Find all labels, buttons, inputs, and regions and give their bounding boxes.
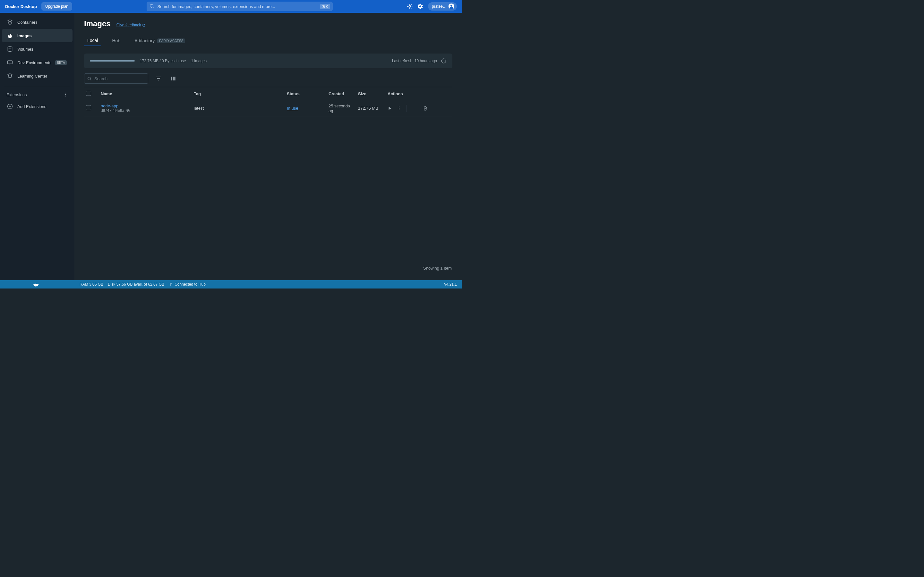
sidebar-item-add-extensions[interactable]: Add Extensions: [2, 100, 73, 113]
bug-icon[interactable]: [407, 3, 413, 9]
avatar-icon: [449, 3, 454, 9]
status-version[interactable]: v4.21.1: [444, 282, 462, 287]
sidebar-divider: [5, 86, 70, 86]
tab-label: Hub: [112, 38, 120, 43]
search-shortcut: ⌘K: [320, 4, 330, 9]
sidebar-item-dev-environments[interactable]: Dev Environments BETA: [2, 56, 73, 69]
header-checkbox[interactable]: [84, 91, 99, 97]
brand: Docker Desktop: [5, 4, 37, 9]
cell-status: In use: [285, 106, 326, 111]
toolbar-row: [84, 73, 452, 84]
usage-panel: 172.76 MB / 0 Bytes in use 1 images Last…: [84, 53, 452, 68]
tab-local[interactable]: Local: [84, 35, 101, 46]
extensions-menu-icon[interactable]: [63, 92, 68, 97]
header-size[interactable]: Size: [356, 91, 386, 96]
early-access-badge: EARLY ACCESS: [157, 39, 185, 43]
table-header-row: Name Tag Status Created Size Actions: [84, 87, 452, 100]
global-search-input[interactable]: [158, 4, 318, 9]
settings-icon[interactable]: [417, 3, 423, 10]
cell-actions: [386, 105, 421, 112]
upgrade-plan-button[interactable]: Upgrade plan: [41, 2, 72, 11]
row-checkbox[interactable]: [84, 105, 99, 111]
images-table: Name Tag Status Created Size Actions nod…: [84, 87, 452, 116]
give-feedback-link[interactable]: Give feedback: [116, 23, 146, 27]
image-id: d9747f4f4e9a: [101, 108, 124, 113]
global-search[interactable]: ⌘K: [147, 2, 333, 11]
sidebar-item-label: Learning Center: [17, 74, 47, 79]
svg-rect-29: [173, 77, 174, 81]
search-icon: [149, 3, 155, 9]
plus-circle-icon: [6, 103, 13, 110]
external-link-icon: [142, 23, 145, 27]
sidebar-item-volumes[interactable]: Volumes: [2, 42, 73, 56]
svg-point-12: [451, 5, 452, 7]
extensions-header: Extensions: [2, 89, 73, 100]
svg-point-17: [65, 93, 66, 93]
sidebar-item-learning-center[interactable]: Learning Center: [2, 69, 73, 83]
statusbar: RAM 3.05 GB Disk 57.56 GB avail. of 62.6…: [0, 280, 462, 288]
more-options-icon[interactable]: [397, 106, 402, 111]
action-separator: [406, 105, 407, 112]
cell-name: node-app d9747f4f4e9a: [99, 103, 192, 113]
cell-tag: latest: [192, 106, 285, 111]
beta-badge: BETA: [55, 60, 66, 65]
copy-icon[interactable]: [126, 109, 130, 113]
svg-point-19: [65, 96, 66, 97]
page-title: Images: [84, 19, 111, 28]
sidebar-item-label: Add Extensions: [17, 104, 46, 109]
status-disk: Disk 57.56 GB avail. of 62.67 GB: [108, 282, 164, 287]
header-status[interactable]: Status: [285, 91, 326, 96]
usage-count: 1 images: [191, 59, 207, 63]
svg-line-9: [408, 8, 409, 9]
local-search-input[interactable]: [94, 76, 148, 81]
svg-point-0: [150, 5, 153, 7]
usage-summary: 172.76 MB / 0 Bytes in use: [140, 59, 186, 63]
usage-track: [90, 60, 135, 61]
status-link[interactable]: In use: [287, 106, 298, 111]
svg-line-1: [153, 7, 153, 8]
svg-point-2: [409, 5, 411, 7]
global-search-wrapper: ⌘K: [77, 2, 402, 11]
sidebar: Containers Images Volumes Dev Environmen…: [0, 13, 74, 280]
tab-label: Artifactory: [134, 38, 155, 43]
sidebar-item-label: Dev Environments: [17, 60, 51, 65]
sidebar-item-label: Volumes: [17, 47, 33, 52]
whale-icon: [32, 281, 39, 288]
status-connection: Connected to Hub: [174, 282, 206, 287]
local-search[interactable]: [84, 73, 148, 84]
user-menu[interactable]: pratee…: [428, 2, 457, 11]
tab-hub[interactable]: Hub: [109, 35, 124, 46]
svg-point-23: [88, 77, 91, 80]
filter-icon[interactable]: [154, 74, 163, 83]
sidebar-item-images[interactable]: Images: [2, 29, 73, 42]
refresh-icon[interactable]: [441, 58, 447, 64]
username-label: pratee…: [432, 4, 447, 9]
table-footer-count: Showing 1 item: [84, 263, 452, 274]
header-name[interactable]: Name: [99, 91, 192, 96]
svg-rect-28: [171, 77, 172, 81]
svg-line-7: [408, 5, 409, 5]
run-icon[interactable]: [388, 106, 392, 111]
feedback-label: Give feedback: [116, 23, 141, 27]
usage-fill: [90, 60, 135, 61]
svg-line-24: [90, 79, 91, 81]
tab-artifactory[interactable]: Artifactory EARLY ACCESS: [131, 35, 188, 46]
svg-point-18: [65, 94, 66, 95]
cell-size: 172.76 MB: [356, 106, 386, 111]
columns-icon[interactable]: [169, 74, 178, 83]
image-name-link[interactable]: node-app: [101, 103, 118, 108]
svg-point-35: [399, 109, 399, 110]
svg-point-33: [399, 106, 399, 107]
svg-rect-30: [174, 77, 175, 81]
containers-icon: [6, 19, 13, 26]
learning-icon: [6, 73, 13, 79]
docker-engine-status[interactable]: [0, 281, 74, 288]
table-row[interactable]: node-app d9747f4f4e9a latest In use 25 s…: [84, 100, 452, 116]
last-refresh-label: Last refresh: 10 hours ago: [392, 59, 437, 63]
header-tag[interactable]: Tag: [192, 91, 285, 96]
header-created[interactable]: Created: [326, 91, 356, 96]
sidebar-item-containers[interactable]: Containers: [2, 15, 73, 29]
delete-icon[interactable]: [423, 106, 428, 111]
sidebar-item-label: Images: [17, 33, 32, 38]
images-icon: [6, 32, 13, 39]
